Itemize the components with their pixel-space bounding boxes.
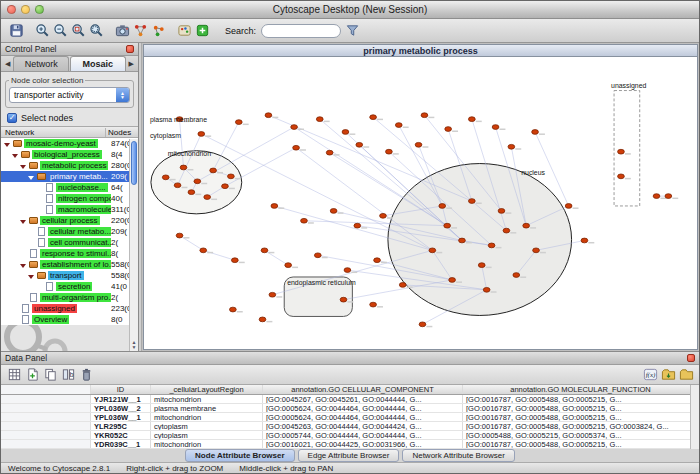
graph-node[interactable] [665,194,672,199]
graph-edge[interactable] [268,115,471,201]
table-row[interactable]: YPL036W__1mitochondrion[GO:0005624, GO:0… [1,413,699,422]
graph-node[interactable] [459,238,466,243]
tree-row-response-to-stimul[interactable]: response to stimul...8( [1,248,138,259]
zoom-out-icon[interactable] [51,21,69,39]
graph-node[interactable] [356,142,363,147]
tree-row-multi-organism-pro[interactable]: multi-organism pro...2( [1,292,138,303]
control-panel-close-icon[interactable] [126,45,134,53]
tree-row-cellular-process[interactable]: cellular process220(0 [1,215,138,226]
graph-node[interactable] [174,183,181,188]
graph-node[interactable] [533,248,540,253]
open-table-icon[interactable] [677,365,695,383]
graph-node[interactable] [230,307,237,312]
graph-node[interactable] [314,253,321,258]
expand-triangle-icon[interactable] [11,152,19,158]
graph-node[interactable] [200,248,207,253]
graph-node[interactable] [330,209,337,214]
graph-node[interactable] [415,142,422,147]
graph-node[interactable] [265,113,272,118]
graph-node[interactable] [492,125,499,130]
tab-edge-attribute-browser[interactable]: Edge Attribute Browser [298,449,400,462]
zoom-window-button[interactable] [35,5,44,14]
graph-node[interactable] [162,175,169,180]
expand-triangle-icon[interactable] [19,218,27,224]
graph-node[interactable] [188,190,195,195]
column-header[interactable]: annotation.GO MOLECULAR_FUNCTION [463,385,699,394]
create-attribute-icon[interactable] [23,365,41,383]
graph-node[interactable] [210,168,217,173]
graph-node[interactable] [523,223,530,228]
tab-node-attribute-browser[interactable]: Node Attribute Browser [185,449,295,462]
data-panel-close-icon[interactable] [687,354,695,362]
table-row[interactable]: YLR295Ccytoplasm[GO:0045263, GO:0044444,… [1,422,699,431]
tree-row-primary-metab[interactable]: primary metab...209( [1,171,138,182]
tab-network-attribute-browser[interactable]: Network Attribute Browser [402,449,514,462]
graph-node[interactable] [532,130,539,135]
graph-node[interactable] [340,297,347,302]
graph-node[interactable] [231,258,238,263]
column-settings-icon[interactable]: b [59,365,77,383]
graph-node[interactable] [513,273,520,278]
plugin-manager-icon[interactable] [193,21,211,39]
graph-node[interactable] [565,204,572,209]
graph-node[interactable] [468,199,475,204]
first-neighbors-icon[interactable] [131,21,149,39]
graph-node[interactable] [618,174,625,179]
graph-node[interactable] [468,117,475,122]
graph-node[interactable] [316,117,323,122]
tree-row-metabolic-process[interactable]: metabolic process280(0 [1,160,138,171]
save-session-icon[interactable] [7,21,25,39]
expand-triangle-icon[interactable] [19,262,27,268]
table-scrollbar[interactable] [690,385,699,449]
zoom-selected-icon[interactable] [69,21,87,39]
graph-node[interactable] [228,174,235,179]
minimize-window-button[interactable] [21,5,30,14]
chevron-updown-icon[interactable]: ▲▼ [116,88,129,102]
graph-node[interactable] [399,283,406,288]
filter-icon[interactable] [343,21,361,39]
graph-node[interactable] [444,223,451,228]
tree-row-nucleobase[interactable]: nucleobase...64( [1,182,138,193]
graph-node[interactable] [194,179,201,184]
tree-row-establishment-of-lo[interactable]: establishment of lo...558(0 [1,259,138,270]
tab-network[interactable]: Network [13,56,69,71]
graph-node[interactable] [386,149,393,154]
tree-row-cellular-metabo[interactable]: cellular metabo...209( [1,226,138,237]
graph-node[interactable] [380,213,387,218]
graph-node[interactable] [271,204,278,209]
network-canvas[interactable]: plasma membranecytoplasmmitochondrionnuc… [144,57,697,349]
graph-node[interactable] [261,248,268,253]
graph-node[interactable] [301,218,308,223]
select-attributes-icon[interactable] [5,365,23,383]
graph-edge[interactable] [180,236,204,251]
zoom-fit-icon[interactable] [87,21,105,39]
graph-node[interactable] [235,120,242,125]
scrollbar-arrows-icon[interactable]: ▲▼ [130,340,138,350]
tree-row-mosaic-demo-yeast[interactable]: mosaic-demo-yeast874(0 [1,138,138,149]
graph-node[interactable] [618,149,625,154]
graph-node[interactable] [326,150,333,155]
graph-node[interactable] [483,287,490,292]
graph-node[interactable] [419,322,426,327]
tree-scrollbar-thumb[interactable] [131,141,137,185]
expand-triangle-icon[interactable] [27,273,35,279]
tree-row-overview[interactable]: Overview8(0 [1,314,138,325]
zoom-in-icon[interactable] [33,21,51,39]
tab-scroll-right-icon[interactable]: ▶ [127,60,136,71]
search-input[interactable] [261,24,341,38]
graph-node[interactable] [395,123,402,128]
expand-triangle-icon[interactable] [27,174,35,180]
tree-row-cell-communicat[interactable]: cell communicat...2( [1,237,138,248]
graph-node[interactable] [285,263,292,268]
graph-node[interactable] [222,184,229,189]
tab-mosaic[interactable]: Mosaic [70,56,126,71]
graph-node[interactable] [342,130,349,135]
graph-node[interactable] [180,165,187,170]
graph-node[interactable] [293,145,300,150]
graph-node[interactable] [354,223,361,228]
graph-node[interactable] [370,302,377,307]
column-header-network[interactable]: Network [1,128,106,137]
delete-attribute-icon[interactable] [77,365,95,383]
graph-node[interactable] [488,243,495,248]
graph-node[interactable] [449,278,456,283]
